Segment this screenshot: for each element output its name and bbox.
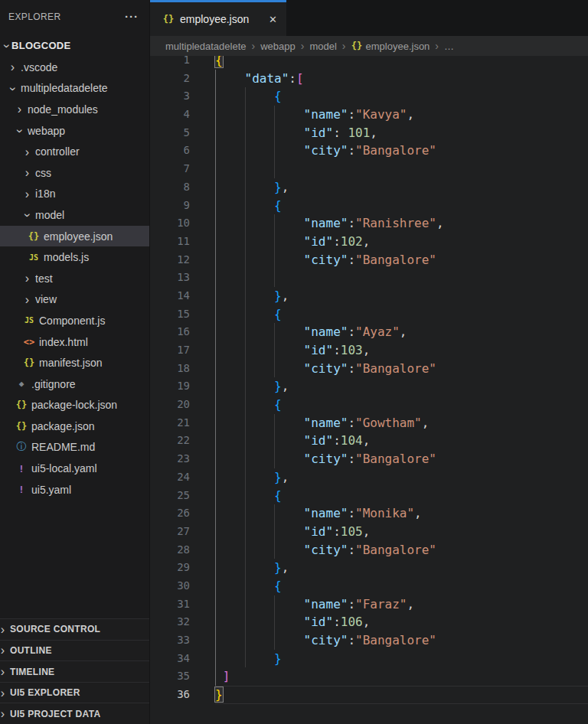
code-line-29: 29 }, xyxy=(150,559,588,577)
sidebar-item-node-modules[interactable]: ›node_modules xyxy=(0,99,149,120)
code-token: "name" xyxy=(304,416,348,430)
code-token: } xyxy=(274,651,282,666)
sidebar-item-component-js[interactable]: JSComponent.js xyxy=(0,310,149,331)
tree-item-label: package.json xyxy=(31,420,95,432)
sidebar-item-ui5-local-yaml[interactable]: !ui5-local.yaml xyxy=(0,458,149,479)
sidebar-item-test[interactable]: ›test xyxy=(0,268,149,289)
code-token: { xyxy=(274,89,282,103)
chevron-right-icon: › xyxy=(342,40,346,52)
code-line-content: } xyxy=(215,650,588,668)
breadcrumb-overflow[interactable]: … xyxy=(444,41,454,52)
chevron-right-icon: › xyxy=(15,104,24,114)
sidebar-item-view[interactable]: ›view xyxy=(0,289,149,311)
chevron-down-icon: › xyxy=(8,84,18,94)
sidebar-item--gitignore[interactable]: ◆.gitignore xyxy=(0,373,149,395)
sidebar-item-css[interactable]: ›css xyxy=(0,162,149,184)
code-line-content: "name":"Monika", xyxy=(215,504,588,523)
code-token xyxy=(215,579,274,593)
section-header-ui5-explorer[interactable]: ›UI5 EXPLORER xyxy=(0,682,149,703)
code-token: , xyxy=(407,107,414,122)
line-number: 3 xyxy=(150,87,190,106)
code-token: 104 xyxy=(341,433,363,448)
sidebar-item-package-json[interactable]: {}package.json xyxy=(0,416,149,437)
line-number: 21 xyxy=(150,414,190,432)
line-number: 1 xyxy=(150,56,190,70)
code-line-19: 19 }, xyxy=(150,377,588,396)
tree-item-label: .vscode xyxy=(21,61,57,73)
tree-item-label: manifest.json xyxy=(39,357,102,369)
line-number: 35 xyxy=(150,667,190,686)
section-header-source-control[interactable]: ›SOURCE CONTROL xyxy=(0,618,149,640)
sidebar-item-model[interactable]: ›model xyxy=(0,204,149,226)
code-line-6: 6 "city":"Bangalore" xyxy=(150,142,588,160)
tree-item-label: view xyxy=(35,293,57,305)
code-token: "id" xyxy=(304,234,334,249)
section-header-outline[interactable]: ›OUTLINE xyxy=(0,640,149,661)
line-number: 34 xyxy=(150,650,190,668)
code-token xyxy=(215,560,274,575)
sidebar-sections: ›SOURCE CONTROL›OUTLINE›TIMELINE›UI5 EXP… xyxy=(0,618,149,724)
code-line-13: 13 xyxy=(150,269,588,287)
sidebar-item-index-html[interactable]: <>index.html xyxy=(0,331,149,353)
code-token: "city" xyxy=(304,253,348,267)
code-line-content: "name":"Gowtham", xyxy=(215,414,588,432)
chevron-right-icon: › xyxy=(0,709,8,719)
code-token: } xyxy=(274,180,282,194)
sidebar-item-controller[interactable]: ›controller xyxy=(0,141,149,162)
code-token xyxy=(215,234,304,249)
code-token: , xyxy=(282,379,289,393)
line-number: 20 xyxy=(150,396,190,414)
breadcrumb-item-multipledatadelete[interactable]: multipledatadelete xyxy=(165,41,247,52)
sidebar-item-multipledatadelete[interactable]: ›multipledatadelete xyxy=(0,78,149,99)
code-token: "Bangalore" xyxy=(355,143,436,158)
sidebar-item-readme-md[interactable]: ⓘREADME.md xyxy=(0,437,149,458)
line-number: 32 xyxy=(150,613,190,631)
close-icon[interactable]: ✕ xyxy=(269,14,277,25)
chevron-right-icon: › xyxy=(435,40,439,52)
section-header-timeline[interactable]: ›TIMELINE xyxy=(0,660,149,682)
sidebar-item-webapp[interactable]: ›webapp xyxy=(0,120,149,142)
code-token: 103 xyxy=(341,343,363,357)
line-number: 13 xyxy=(150,269,190,287)
line-number: 30 xyxy=(150,577,190,595)
breadcrumb-item-model[interactable]: model xyxy=(309,41,336,52)
code-line-10: 10 "name":"Ranishree", xyxy=(150,214,588,233)
sidebar-item-package-lock-json[interactable]: {}package-lock.json xyxy=(0,395,149,416)
sidebar-item-models-js[interactable]: JSmodels.js xyxy=(0,246,149,268)
code-token xyxy=(215,452,304,466)
explorer-sidebar: EXPLORER ··· › BLOGCODE ›.vscode›multipl… xyxy=(0,0,150,724)
section-label: UI5 PROJECT DATA xyxy=(10,709,100,719)
code-line-content: { xyxy=(215,487,588,505)
more-actions-icon[interactable]: ··· xyxy=(125,13,139,21)
code-line-36: 36} xyxy=(150,686,588,704)
code-token: { xyxy=(274,579,282,593)
sidebar-item-ui5-yaml[interactable]: !ui5.yaml xyxy=(0,479,149,501)
breadcrumb-item-file[interactable]: employee.json xyxy=(366,41,430,52)
code-line-9: 9 { xyxy=(150,197,588,215)
sidebar-item--vscode[interactable]: ›.vscode xyxy=(0,57,149,78)
sidebar-item-root[interactable]: › BLOGCODE xyxy=(0,34,149,57)
code-token: , xyxy=(363,524,371,539)
code-line-26: 26 "name":"Monika", xyxy=(150,504,588,523)
chevron-right-icon: › xyxy=(0,688,8,698)
code-editor[interactable]: 1{2 "data":[3 {4 "name":"Kavya",5 "id": … xyxy=(150,56,588,724)
tree-item-label: node_modules xyxy=(28,103,98,116)
info-file-icon: ⓘ xyxy=(15,440,28,454)
code-line-8: 8 }, xyxy=(150,178,588,197)
html-file-icon: <> xyxy=(22,337,36,347)
code-token: : xyxy=(333,524,341,539)
json-file-icon: {} xyxy=(27,231,41,242)
code-token: , xyxy=(400,324,407,339)
code-token xyxy=(215,597,304,611)
chevron-right-icon: › xyxy=(22,295,32,305)
code-token: , xyxy=(282,289,289,303)
section-header-ui5-project-data[interactable]: ›UI5 PROJECT DATA xyxy=(0,703,149,724)
tab-employee-json[interactable]: {} employee.json ✕ xyxy=(150,0,286,36)
code-line-content: { xyxy=(215,87,588,106)
sidebar-item-manifest-json[interactable]: {}manifest.json xyxy=(0,352,149,373)
sidebar-item-employee-json[interactable]: {}employee.json xyxy=(0,226,149,247)
sidebar-item-i18n[interactable]: ›i18n xyxy=(0,184,149,205)
breadcrumb-item-webapp[interactable]: webapp xyxy=(260,41,296,52)
code-line-12: 12 "city":"Bangalore" xyxy=(150,251,588,269)
code-line-content: "name":"Ranishree", xyxy=(215,214,588,233)
